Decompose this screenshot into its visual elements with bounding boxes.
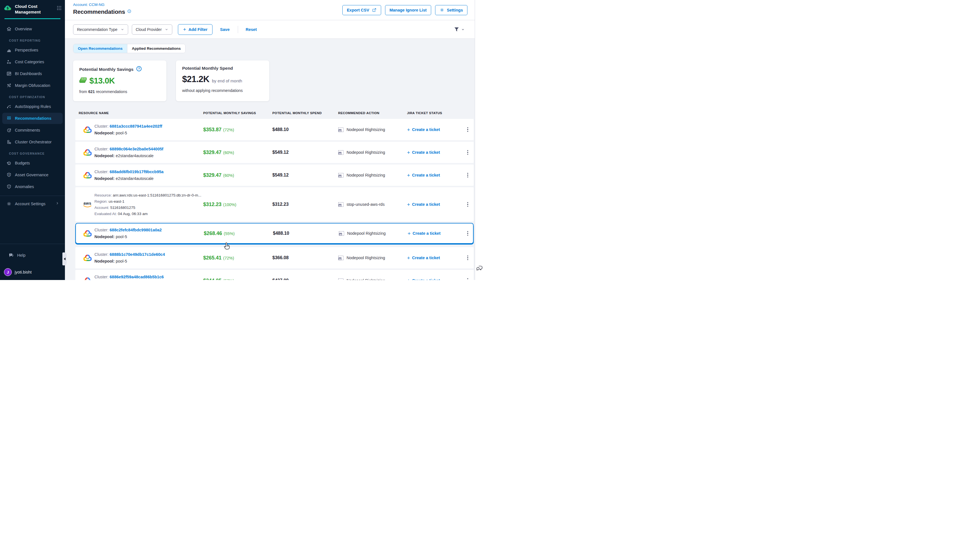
svg-text:$: $ bbox=[8, 162, 9, 164]
kebab-menu-icon[interactable] bbox=[466, 126, 470, 134]
resource-line: Evaluated At: 04 Aug, 06:33 am bbox=[94, 212, 201, 216]
resource-lines: Cluster: 6888b1c70e49db17c1de60c4Nodepoo… bbox=[94, 252, 165, 263]
kebab-menu-icon[interactable] bbox=[466, 149, 470, 156]
module-grid-icon[interactable] bbox=[57, 6, 61, 12]
create-ticket-button[interactable]: +Create a ticket bbox=[407, 172, 462, 178]
kebab-menu-icon[interactable] bbox=[466, 171, 470, 179]
recommendation-row[interactable]: Cluster: 68898c064e3e2ba0e544005fNodepoo… bbox=[75, 142, 474, 163]
recommendation-row[interactable]: Cluster: 6881a3ccc887941a4ee202ffNodepoo… bbox=[75, 119, 474, 140]
create-ticket-label: Create a ticket bbox=[412, 150, 440, 155]
recommended-action-cell: Nodepool Rightsizing bbox=[338, 128, 407, 132]
resource-line: Nodepool: e2standar4autoscale bbox=[94, 154, 163, 158]
action-label: stop-unused-aws-rds bbox=[346, 202, 385, 207]
create-ticket-button[interactable]: +Create a ticket bbox=[407, 278, 462, 280]
filter-menu-button[interactable] bbox=[454, 27, 465, 32]
shapes-icon bbox=[6, 59, 12, 65]
save-filter-button[interactable]: Save bbox=[220, 27, 230, 32]
main-area: Account: CCM-NG Recommendations Export C… bbox=[65, 0, 475, 280]
resource-lines: Cluster: 6881a3ccc887941a4ee202ffNodepoo… bbox=[94, 124, 162, 135]
kebab-menu-icon[interactable] bbox=[466, 230, 470, 237]
export-csv-button[interactable]: Export CSV bbox=[342, 5, 381, 15]
create-ticket-button[interactable]: +Create a ticket bbox=[408, 231, 462, 236]
support-chat-icon[interactable] bbox=[476, 265, 483, 273]
rightsizing-icon bbox=[338, 255, 344, 260]
resource-line-label: Nodepool: bbox=[94, 234, 116, 239]
create-ticket-button[interactable]: +Create a ticket bbox=[407, 150, 462, 155]
svg-text:?: ? bbox=[10, 253, 11, 255]
content-scroll-area[interactable]: Open RecommendationsApplied Recommendati… bbox=[65, 39, 475, 280]
savings-percent: (72%) bbox=[223, 128, 234, 132]
sidebar-item-cost-categories[interactable]: Cost Categories bbox=[2, 56, 63, 68]
column-header-jira-ticket-status: JIRA TICKET STATUS bbox=[407, 111, 462, 115]
recommendation-row[interactable]: awsResource: arn:aws:rds:us-east-1:51161… bbox=[75, 187, 474, 222]
savings-amount: $13.0K bbox=[90, 76, 115, 86]
sidebar-item-label: Cost Categories bbox=[15, 60, 44, 64]
resource-link[interactable]: 6886e92f59a48cad86b5b1c6 bbox=[109, 275, 164, 279]
recommendation-row[interactable]: Cluster: 688c2fefc84fbdc99801a0a2Nodepoo… bbox=[75, 223, 474, 244]
action-label: Nodepool Rightsizing bbox=[346, 150, 385, 155]
recommendation-row[interactable]: Cluster: 6886e92f59a48cad86b5b1c6$244.05… bbox=[75, 270, 474, 280]
sidebar-item-budgets[interactable]: $Budgets bbox=[2, 157, 63, 169]
kebab-menu-icon[interactable] bbox=[466, 277, 470, 280]
recommendation-type-dropdown[interactable]: Recommendation Type bbox=[73, 25, 128, 35]
create-ticket-button[interactable]: +Create a ticket bbox=[407, 127, 462, 133]
action-label: Nodepool Rightsizing bbox=[347, 231, 386, 235]
sidebar-item-label: Help bbox=[17, 253, 26, 257]
aws-logo-icon: aws bbox=[83, 201, 92, 208]
resource-link[interactable]: 68898c064e3e2ba0e544005f bbox=[109, 147, 163, 151]
resource-line-label: Account: bbox=[94, 205, 110, 210]
sidebar-item-perspectives[interactable]: Perspectives bbox=[2, 45, 63, 56]
resource-link[interactable]: 688add6fb019b17f9bccb95a bbox=[109, 169, 164, 174]
chevron-right-icon bbox=[55, 201, 59, 206]
spend-footnote: without applying recommendations bbox=[182, 88, 263, 93]
spend-value: $312.23 bbox=[272, 202, 338, 207]
sidebar-item-anomalies[interactable]: Anomalies bbox=[2, 181, 63, 192]
recommendation-row[interactable]: Cluster: 6888b1c70e49db17c1de60c4Nodepoo… bbox=[75, 247, 474, 268]
resource-link[interactable]: 6881a3ccc887941a4ee202ff bbox=[109, 124, 162, 128]
cloud-provider-dropdown[interactable]: Cloud Provider bbox=[132, 25, 172, 35]
kebab-menu-icon[interactable] bbox=[466, 201, 470, 208]
sidebar-item-commitments[interactable]: Commitments bbox=[2, 124, 63, 136]
user-menu[interactable]: J jyoti.bisht bbox=[4, 268, 63, 276]
resource-line: Nodepool: pool-5 bbox=[94, 259, 165, 263]
info-icon[interactable] bbox=[127, 9, 131, 15]
sidebar-item-account-settings[interactable]: Account Settings bbox=[2, 198, 63, 209]
create-ticket-label: Create a ticket bbox=[412, 128, 440, 132]
button-label: Export CSV bbox=[347, 8, 369, 12]
resource-line: Cluster: 688add6fb019b17f9bccb95a bbox=[94, 169, 164, 174]
rightsizing-icon bbox=[338, 173, 344, 178]
row-actions-cell bbox=[462, 277, 474, 280]
kebab-menu-icon[interactable] bbox=[466, 254, 470, 262]
column-header-potential-monthly-spend: POTENTIAL MONTHLY SPEND bbox=[272, 111, 338, 115]
summary-cards: Potential Monthly Savings ? bbox=[73, 60, 475, 101]
resource-link[interactable]: 688c2fefc84fbdc99801a0a2 bbox=[109, 228, 162, 232]
spend-value: $488.10 bbox=[273, 231, 339, 236]
sidebar-collapse-handle[interactable] bbox=[62, 252, 66, 265]
dropdown-label: Cloud Provider bbox=[136, 27, 162, 32]
resource-line-label: Resource: bbox=[94, 193, 113, 197]
create-ticket-button[interactable]: +Create a ticket bbox=[407, 202, 462, 207]
question-icon[interactable]: ? bbox=[136, 66, 142, 73]
percent-arrow-icon bbox=[6, 83, 12, 88]
sidebar-item-autostopping-rules[interactable]: AutoStopping Rules bbox=[2, 101, 63, 112]
reset-filter-button[interactable]: Reset bbox=[246, 27, 257, 32]
breadcrumb-account-link[interactable]: Account: CCM-NG bbox=[73, 3, 131, 7]
sidebar-item-bi-dashboards[interactable]: BI Dashboards bbox=[2, 68, 63, 79]
table-header-row: RESOURCE NAMEPOTENTIAL MONTHLY SAVINGSPO… bbox=[75, 108, 474, 119]
gear-icon bbox=[6, 201, 12, 207]
sidebar-item-cluster-orchestrator[interactable]: Cluster Orchestrator bbox=[2, 136, 63, 147]
create-ticket-button[interactable]: +Create a ticket bbox=[407, 255, 462, 260]
tab-open-recommendations[interactable]: Open Recommendations bbox=[73, 44, 127, 53]
sidebar-item-overview[interactable]: Overview bbox=[2, 23, 63, 35]
sidebar-item-margin-obfuscation[interactable]: Margin Obfuscation bbox=[2, 80, 63, 91]
manage-ignore-list-button[interactable]: Manage Ignore List bbox=[385, 5, 431, 15]
sidebar-item-asset-governance[interactable]: $Asset Governance bbox=[2, 169, 63, 181]
settings-button[interactable]: Settings bbox=[435, 5, 467, 15]
sidebar-item-help[interactable]: ? Help bbox=[5, 250, 60, 261]
resource-link[interactable]: 6888b1c70e49db17c1de60c4 bbox=[109, 252, 165, 257]
sidebar-divider bbox=[0, 196, 65, 196]
sidebar-item-recommendations[interactable]: Recommendations bbox=[2, 113, 63, 124]
add-filter-button[interactable]: + Add Filter bbox=[178, 24, 212, 35]
recommendation-row[interactable]: Cluster: 688add6fb019b17f9bccb95aNodepoo… bbox=[75, 164, 474, 186]
tab-applied-recommendations[interactable]: Applied Recommendations bbox=[127, 44, 185, 53]
